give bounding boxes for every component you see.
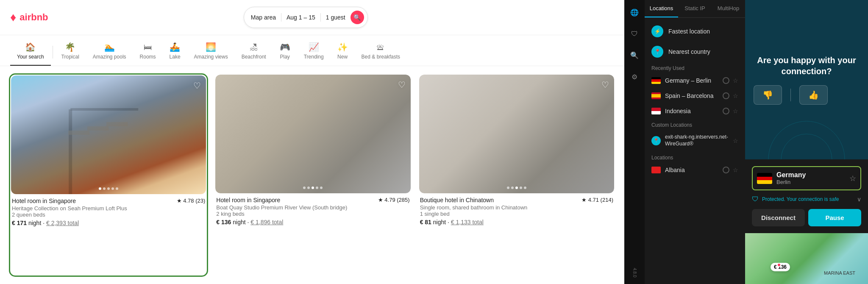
airbnb-logo: ♦ airbnb: [10, 11, 48, 24]
listing-title-row-1: Hotel room in Singapore ★ 4.78 (23): [12, 198, 205, 204]
listing-image-2: ♡: [215, 75, 410, 193]
tab-your-search-label: Your search: [17, 54, 44, 60]
vpn-tab-locations[interactable]: Locations: [645, 0, 678, 17]
dot-5: [524, 187, 526, 189]
thumbs-up-button[interactable]: 👍: [799, 85, 828, 105]
tab-new-icon: ✨: [337, 42, 348, 52]
disconnect-button[interactable]: Disconnect: [752, 209, 805, 226]
protection-text: Protected. Your connection is safe: [762, 196, 839, 202]
current-location-row[interactable]: Germany Berlin ☆: [752, 166, 861, 190]
vpn-nearest-country[interactable]: 📍 Nearest country: [645, 42, 745, 62]
search-button[interactable]: 🔍: [351, 11, 364, 24]
vpn-radio-albania[interactable]: [723, 167, 729, 173]
vpn-radio-spain[interactable]: [723, 92, 729, 99]
listing-card-3[interactable]: ♡ Boutique hotel in Chinatown ★ 4.71 (21…: [419, 75, 614, 276]
search-area[interactable]: Map area: [251, 14, 276, 21]
tab-beachfront-icon: 🏖: [250, 42, 258, 52]
thumbs-down-button[interactable]: 👎: [754, 85, 782, 105]
connection-question-title: Are you happy with your connection?: [754, 55, 860, 77]
vpn-location-spain-barcelona[interactable]: Spain – Barcelona ☆: [645, 88, 745, 103]
vpn-location-albania[interactable]: Albania ☆: [645, 162, 745, 178]
current-location-star[interactable]: ☆: [849, 174, 856, 183]
dot-4: [520, 187, 522, 189]
vpn-star-custom-1[interactable]: ☆: [733, 137, 738, 144]
vpn-location-germany-berlin[interactable]: Germany – Berlin ☆: [645, 73, 745, 88]
svg-point-6: [781, 134, 832, 159]
tab-your-search-icon: 🏠: [25, 42, 36, 52]
vpn-nav-icon-search[interactable]: 🔍: [629, 50, 640, 61]
vpn-star-indonesia[interactable]: ☆: [733, 108, 738, 114]
listing-card-2[interactable]: ♡ Hotel room in Singapore ★ 4.79 (285) B…: [215, 75, 410, 276]
vpn-location-name-spain: Spain – Barcelona: [665, 92, 718, 99]
tab-tropical[interactable]: 🌴 Tropical: [55, 39, 86, 66]
search-divider-1: [281, 13, 281, 22]
dot-4: [316, 187, 318, 189]
tab-bed-breakfasts[interactable]: 🛎 Bed & breakfasts: [355, 39, 407, 66]
vpn-star-spain[interactable]: ☆: [733, 92, 738, 99]
vpn-version: 4.8.0: [632, 268, 637, 277]
tab-rooms[interactable]: 🛏 Rooms: [133, 39, 163, 66]
vpn-locations-header: Locations: [645, 151, 745, 162]
listing-rating-2: ★ 4.79 (285): [378, 197, 410, 203]
vpn-nav-icon-settings[interactable]: ⚙: [630, 71, 639, 83]
vpn-location-indonesia[interactable]: Indonesia ☆: [645, 103, 745, 119]
vpn-nav-icon-globe[interactable]: 🌐: [629, 7, 640, 18]
nav-tabs: 🏠 Your search 🌴 Tropical 🏊 Amazing pools…: [0, 35, 624, 66]
tab-your-search[interactable]: 🏠 Your search: [10, 39, 51, 66]
wishlist-button-3[interactable]: ♡: [601, 80, 609, 90]
pause-button[interactable]: Pause: [808, 209, 861, 226]
map-area: € 136 MARINA EAST: [745, 233, 868, 284]
vpn-star-germany[interactable]: ☆: [733, 77, 738, 84]
tab-trending[interactable]: 📈 Trending: [297, 39, 331, 66]
vpn-tab-static-ip[interactable]: Static IP: [678, 0, 712, 17]
wishlist-button-2[interactable]: ♡: [398, 80, 406, 90]
airbnb-header: ♦ airbnb Map area Aug 1 – 15 1 guest 🔍: [0, 0, 624, 35]
vpn-nav-icon-shield[interactable]: 🛡: [629, 28, 640, 39]
search-bar[interactable]: Map area Aug 1 – 15 1 guest 🔍: [244, 7, 368, 28]
vpn-custom-location-1[interactable]: 📍 exit-shark-ng.intservers.net-WireGuard…: [645, 130, 745, 151]
dot-1: [507, 187, 509, 189]
vpn-action-buttons: Disconnect Pause: [752, 209, 861, 226]
tab-beachfront[interactable]: 🏖 Beachfront: [235, 39, 273, 66]
nav-divider: [53, 46, 53, 58]
listing-info-1: Hotel room in Singapore ★ 4.78 (23) Heri…: [11, 194, 206, 230]
vpn-radio-germany[interactable]: [723, 77, 729, 84]
search-dates[interactable]: Aug 1 – 15: [287, 14, 315, 21]
vpn-fastest-location[interactable]: ⚡ Fastest location: [645, 21, 745, 42]
vpn-custom-locations-header: Custom Locations: [645, 119, 745, 130]
vpn-location-actions-indonesia: ☆: [723, 108, 738, 114]
svg-rect-3: [68, 131, 89, 135]
listing-price-3: € 81 night · € 1,133 total: [420, 219, 613, 226]
svg-rect-4: [87, 126, 108, 131]
listing-info-2: Hotel room in Singapore ★ 4.79 (285) Boa…: [215, 193, 410, 229]
vpn-radio-indonesia[interactable]: [723, 108, 729, 114]
tab-amazing-views-label: Amazing views: [194, 54, 228, 60]
listing-card-1[interactable]: ♡ Hotel room in Singapore ★ 4.78 (23) He…: [10, 75, 207, 276]
tab-lake-icon: 🚣: [170, 42, 180, 52]
vpn-tab-multihop[interactable]: MultiHop: [712, 0, 745, 17]
listing-price-2: € 136 night · € 1,896 total: [216, 219, 409, 226]
tab-play[interactable]: 🎮 Play: [273, 39, 297, 66]
tab-play-icon: 🎮: [280, 42, 290, 52]
dot-3: [515, 187, 518, 189]
listing-beds-1: 2 queen beds: [12, 212, 205, 218]
tab-beachfront-label: Beachfront: [242, 54, 266, 60]
vpn-nearest-icon: 📍: [651, 46, 663, 58]
search-guests[interactable]: 1 guest: [326, 14, 345, 21]
vpn-main-content: Locations Static IP MultiHop ⚡ Fastest l…: [645, 0, 745, 284]
tab-lake[interactable]: 🚣 Lake: [163, 39, 187, 66]
listing-subtitle-1: Heritage Collection on Seah Premium Loft…: [12, 205, 205, 212]
listing-image-1: ♡: [11, 75, 206, 194]
dot-4: [111, 187, 114, 190]
protection-row: 🛡 Protected. Your connection is safe ∨: [752, 195, 861, 203]
tab-amazing-views[interactable]: 🌅 Amazing views: [187, 39, 235, 66]
shield-icon: 🛡: [752, 195, 759, 203]
tab-amazing-pools[interactable]: 🏊 Amazing pools: [86, 39, 133, 66]
wishlist-button-1[interactable]: ♡: [193, 81, 201, 91]
vpn-star-albania[interactable]: ☆: [733, 167, 738, 173]
dot-5: [320, 187, 323, 189]
expand-button[interactable]: ∨: [857, 196, 861, 203]
tab-new[interactable]: ✨ New: [331, 39, 355, 66]
vpn-fastest-icon: ⚡: [651, 25, 663, 37]
vpn-location-name-albania: Albania: [665, 167, 718, 173]
